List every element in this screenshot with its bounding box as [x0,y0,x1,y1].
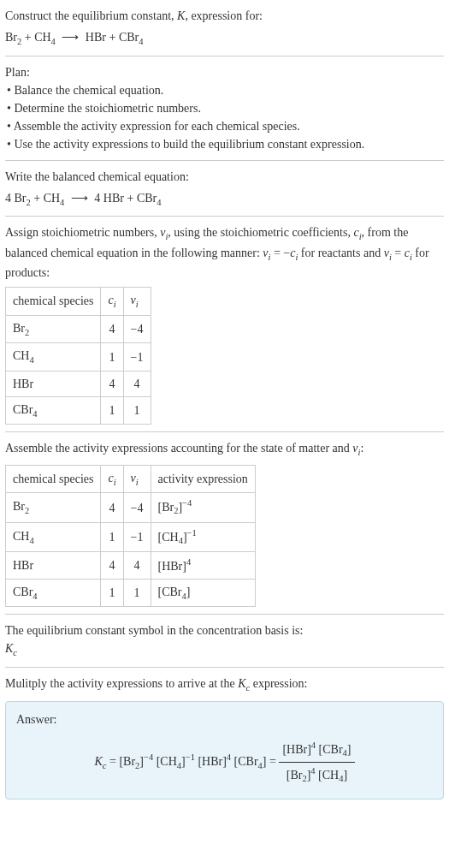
text: CH [13,349,29,362]
text: [HBr] [198,755,226,768]
cell-species: Br2 [6,315,101,343]
table-row: CBr4 1 1 [CBr4] [6,579,256,607]
text: expression: [250,677,307,690]
text: Br [13,500,25,513]
intro-equation: Br2 + CH4 ⟶ HBr + CBr4 [5,28,444,49]
text: [HBr] [282,743,310,756]
cell-v: 1 [123,579,151,607]
text: Mulitply the activity expressions to arr… [5,677,238,690]
plan-item: • Determine the stoichiometric numbers. [7,99,444,117]
multiply-text: Mulitply the activity expressions to arr… [5,675,444,695]
species: HBr [103,192,124,205]
answer-formula: Kc = [Br2]−4 [CH4]−1 [HBr]4 [CBr4] = [HB… [16,735,433,789]
cell-c: 4 [101,493,123,522]
col-species: chemical species [6,465,101,493]
species: CBr [137,192,157,205]
species: Br [15,192,27,205]
cell-c: 1 [101,396,123,425]
text: Assemble the activity expressions accoun… [5,442,352,455]
equals: = [267,755,280,768]
k-symbol: K [177,9,185,22]
cell-v: −4 [123,315,151,343]
subscript: c [13,648,17,657]
table-row: HBr 4 4 [HBr]4 [6,551,256,579]
cell-activity: [Br2]−4 [151,493,255,522]
subscript: i [136,478,139,487]
plan-item: • Use the activity expressions to build … [7,135,444,153]
cell-activity: [CH4]−1 [151,522,255,551]
arrow-icon: ⟶ [62,28,79,46]
cell-activity: [CBr4] [151,579,255,607]
k: K [5,642,13,655]
species: CBr [119,31,139,44]
text: [CBr [158,586,182,598]
table-row: HBr 4 4 [6,371,151,396]
cell-v: 4 [123,551,151,579]
cell-v: 4 [123,371,151,396]
table-row: Br2 4 −4 [6,315,151,343]
subscript: i [114,300,116,309]
text: [Br [158,501,174,514]
cell-c: 1 [101,579,123,607]
cell-c: 4 [101,371,123,396]
cell-c: 1 [101,343,123,372]
denominator: [Br2]4 [CH4] [279,763,354,786]
cell-v: −1 [123,343,151,372]
text: , expression for: [185,9,263,22]
superscript: −4 [182,498,192,508]
balanced-equation: 4 Br2 + CH4 ⟶ 4 HBr + CBr4 [5,189,444,210]
stoich-section: Assign stoichiometric numbers, νi, using… [5,223,444,425]
species: HBr [86,31,106,44]
k: K [238,677,245,690]
col-vi: νi [123,465,151,493]
equals: = [107,755,120,768]
subscript: 4 [32,591,37,600]
subscript: 4 [60,197,64,206]
table-row: Br2 4 −4 [Br2]−4 [6,493,256,522]
text: for reactants and [298,247,383,259]
divider [5,160,444,161]
text: Assign stoichiometric numbers, [5,226,160,239]
activity-section: Assemble the activity expressions accoun… [5,439,444,607]
table-row: CH4 1 −1 [6,343,151,372]
col-ci: ci [101,288,123,316]
cell-v: −4 [123,493,151,522]
balanced-section: Write the balanced chemical equation: 4 … [5,168,444,210]
superscript: −4 [144,752,153,762]
col-ci: ci [101,465,123,493]
divider [5,56,444,56]
plan-heading: Plan: [5,63,444,81]
kc-symbol: Kc [5,639,444,660]
text: : [360,442,363,455]
table-header-row: chemical species ci νi activity expressi… [6,465,256,493]
cell-v: 1 [123,396,151,425]
text: [CH [157,755,177,768]
balanced-heading: Write the balanced chemical equation: [5,168,444,186]
text: CBr [13,403,32,416]
subscript: i [114,478,116,487]
cell-c: 1 [101,522,123,551]
text: = [392,247,405,259]
multiply-section: Mulitply the activity expressions to arr… [5,675,444,800]
text: [CH [318,769,339,782]
cell-c: 4 [101,551,123,579]
plan-section: Plan: • Balance the chemical equation. •… [5,63,444,153]
divider [5,216,444,217]
plus: + [21,31,34,44]
col-activity: activity expression [151,465,255,493]
divider [5,431,444,432]
subscript: 4 [29,535,33,544]
cell-v: −1 [123,522,151,551]
fraction: [HBr]4 [CBr4][Br2]4 [CH4] [279,739,354,786]
subscript: 4 [32,409,37,419]
text: = − [270,247,290,259]
subscript: i [136,300,139,309]
cell-c: 4 [101,315,123,343]
plus: + [124,192,137,205]
answer-label: Answer: [16,710,433,728]
text: CBr [13,586,32,598]
cell-species: HBr [6,551,101,579]
cell-species: CBr4 [6,396,101,425]
text: ] [343,769,347,782]
superscript: 4 [310,766,315,776]
